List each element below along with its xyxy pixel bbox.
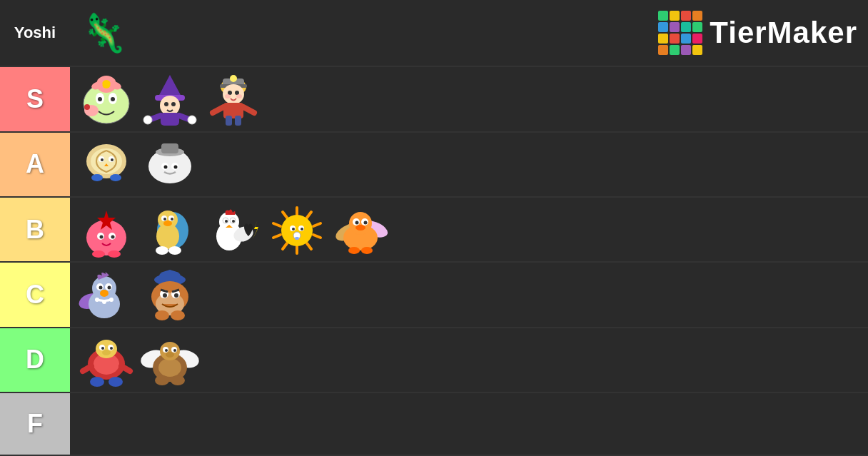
svg-point-69 — [163, 221, 172, 226]
svg-point-135 — [96, 340, 117, 358]
char-a-2[interactable] — [139, 135, 200, 193]
tier-label-b: B — [0, 198, 70, 261]
tier-row-a: A — [0, 133, 868, 198]
svg-point-142 — [108, 377, 123, 387]
svg-point-4 — [111, 97, 115, 101]
char-s-2[interactable] — [139, 70, 200, 128]
svg-point-149 — [160, 342, 180, 360]
logo-pixel — [670, 45, 680, 55]
svg-rect-31 — [226, 116, 232, 126]
char-b-5[interactable] — [330, 201, 390, 259]
svg-point-141 — [90, 377, 104, 387]
svg-point-6 — [102, 80, 111, 88]
logo-pixel — [692, 45, 702, 55]
svg-point-78 — [232, 220, 235, 223]
svg-line-82 — [307, 212, 311, 218]
svg-point-58 — [99, 235, 103, 238]
svg-point-64 — [158, 211, 178, 229]
char-b-4[interactable] — [266, 201, 327, 259]
svg-point-148 — [158, 358, 181, 377]
logo-grid — [658, 11, 702, 55]
svg-line-88 — [273, 235, 281, 238]
svg-point-70 — [156, 246, 168, 255]
logo-pixel — [681, 34, 691, 44]
logo-pixel — [681, 11, 691, 21]
tier-content-c — [70, 263, 868, 326]
svg-point-52 — [163, 166, 167, 169]
tier-row-b: B — [0, 198, 868, 263]
svg-point-67 — [163, 218, 166, 221]
svg-point-119 — [109, 298, 113, 302]
tier-content-a — [70, 133, 868, 196]
svg-point-24 — [230, 75, 237, 82]
tier-label-d: D — [0, 328, 70, 392]
logo-pixel — [658, 11, 668, 21]
svg-point-114 — [99, 286, 102, 290]
svg-line-83 — [313, 223, 321, 226]
header-row: Yoshi 🦎 — [0, 0, 868, 67]
char-d-2[interactable] — [139, 330, 200, 389]
svg-rect-49 — [161, 143, 178, 153]
tier-label-f: F — [0, 393, 70, 455]
tier-content-d — [70, 328, 868, 392]
svg-point-13 — [160, 96, 180, 116]
char-a-1[interactable] — [76, 135, 136, 193]
svg-point-71 — [168, 246, 181, 255]
logo-pixel — [670, 11, 680, 21]
char-c-1[interactable] — [76, 265, 136, 324]
svg-point-41 — [91, 174, 103, 181]
svg-point-95 — [301, 228, 303, 230]
svg-point-128 — [174, 293, 178, 298]
svg-point-19 — [143, 116, 152, 124]
logo-pixel — [658, 45, 668, 55]
svg-point-101 — [349, 212, 372, 235]
logo-pixel — [692, 34, 702, 44]
char-b-2[interactable] — [139, 201, 200, 259]
svg-rect-121 — [159, 273, 181, 281]
tier-content-b — [70, 198, 868, 261]
svg-point-36 — [91, 148, 122, 174]
header-label-cell: Yoshi — [0, 0, 70, 66]
logo-pixel — [658, 34, 668, 44]
logo-text: TierMaker — [710, 16, 857, 50]
svg-point-155 — [155, 375, 169, 385]
svg-point-132 — [171, 310, 185, 320]
tier-label-c: C — [0, 263, 70, 326]
svg-point-139 — [110, 347, 113, 350]
svg-rect-97 — [295, 237, 299, 240]
tier-row-s: S — [0, 67, 868, 132]
svg-point-127 — [163, 293, 167, 298]
char-b-3[interactable] — [203, 201, 263, 259]
svg-point-77 — [225, 220, 228, 223]
svg-point-105 — [363, 221, 367, 224]
svg-rect-32 — [235, 116, 241, 126]
svg-point-14 — [164, 102, 168, 106]
char-d-1[interactable] — [76, 330, 136, 389]
svg-point-15 — [171, 102, 176, 106]
tier-row-c: C — [0, 263, 868, 328]
tier-label-a: A — [0, 133, 70, 196]
svg-point-40 — [111, 158, 113, 161]
svg-point-153 — [173, 349, 176, 352]
page-wrapper: Yoshi 🦎 — [0, 0, 868, 456]
svg-point-106 — [355, 225, 365, 230]
tier-row-f: F — [0, 393, 868, 456]
svg-point-94 — [292, 228, 295, 230]
tier-row-d: D — [0, 328, 868, 393]
tiermaker-logo: TierMaker — [658, 11, 857, 55]
svg-point-115 — [107, 286, 111, 290]
char-s-1[interactable] — [76, 70, 136, 128]
svg-marker-11 — [158, 75, 181, 96]
svg-line-84 — [313, 235, 321, 238]
yoshi-character: 🦎 — [74, 4, 134, 62]
svg-line-89 — [273, 223, 281, 226]
svg-point-131 — [155, 310, 169, 320]
logo-pixel — [670, 34, 680, 44]
char-s-3[interactable] — [203, 70, 263, 128]
svg-point-25 — [223, 84, 244, 104]
char-c-2[interactable] — [139, 265, 200, 324]
svg-point-74 — [219, 212, 239, 232]
svg-point-39 — [101, 158, 104, 161]
svg-point-29 — [236, 94, 242, 98]
char-b-1[interactable] — [76, 201, 136, 259]
